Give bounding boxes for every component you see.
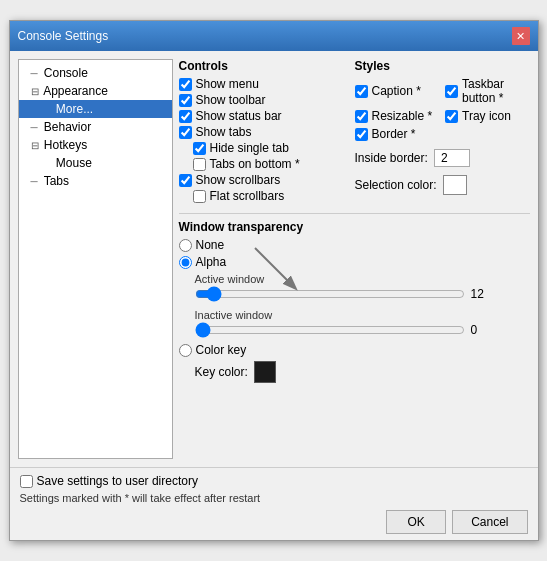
cb-label-taskbar-button: Taskbar button * — [462, 77, 530, 105]
top-panels-row: Controls Show menu Show toolbar Sho — [179, 59, 530, 205]
transparency-section: Window transparency None Alpha — [179, 213, 530, 383]
cb-show-scrollbars[interactable] — [179, 174, 192, 187]
inactive-window-label: Inactive window — [195, 309, 530, 321]
cb-hide-single-tab[interactable] — [193, 142, 206, 155]
main-content: ─ Console ⊟ Appearance More... ─ Behavio… — [10, 51, 538, 467]
cb-resizable[interactable] — [355, 110, 368, 123]
radio-label-none: None — [196, 238, 225, 252]
inactive-window-slider-row: 0 — [195, 323, 530, 337]
cb-row-caption: Caption * — [355, 77, 440, 105]
dialog-title: Console Settings — [18, 29, 109, 43]
cb-show-toolbar[interactable] — [179, 94, 192, 107]
radio-color-key[interactable] — [179, 344, 192, 357]
cb-border[interactable] — [355, 128, 368, 141]
styles-section: Styles Caption * Taskbar button * — [355, 59, 530, 205]
styles-label: Styles — [355, 59, 530, 73]
radio-label-alpha: Alpha — [196, 255, 227, 269]
dialog-window: Console Settings ✕ ─ Console ⊟ Appearanc… — [9, 20, 539, 541]
ok-button[interactable]: OK — [386, 510, 446, 534]
cb-row-show-menu: Show menu — [179, 77, 343, 91]
sidebar-label-tabs: Tabs — [44, 174, 69, 188]
controls-label: Controls — [179, 59, 343, 73]
radio-row-color-key: Color key — [179, 343, 530, 357]
title-bar: Console Settings ✕ — [10, 21, 538, 51]
selection-color-row: Selection color: — [355, 175, 530, 195]
expander-hotkeys: ⊟ — [31, 140, 41, 151]
cb-row-show-tabs: Show tabs — [179, 125, 343, 139]
dialog-body: ─ Console ⊟ Appearance More... ─ Behavio… — [10, 51, 538, 540]
inside-border-row: Inside border: — [355, 149, 530, 167]
sidebar-item-mouse[interactable]: Mouse — [19, 154, 172, 172]
cb-row-show-toolbar: Show toolbar — [179, 93, 343, 107]
controls-section: Controls Show menu Show toolbar Sho — [179, 59, 343, 205]
cb-label-caption: Caption * — [372, 84, 421, 98]
cb-label-show-toolbar: Show toolbar — [196, 93, 266, 107]
cb-label-resizable: Resizable * — [372, 109, 433, 123]
cb-tabs-on-bottom[interactable] — [193, 158, 206, 171]
inactive-window-slider-area: Inactive window 0 — [195, 309, 530, 337]
selection-color-label: Selection color: — [355, 178, 437, 192]
selection-color-box[interactable] — [443, 175, 467, 195]
cb-label-hide-single-tab: Hide single tab — [210, 141, 289, 155]
close-button[interactable]: ✕ — [512, 27, 530, 45]
cancel-button[interactable]: Cancel — [452, 510, 527, 534]
sidebar-label-console: Console — [44, 66, 88, 80]
inside-border-label: Inside border: — [355, 151, 428, 165]
sidebar-label-behavior: Behavior — [44, 120, 91, 134]
bottom-bar: Save settings to user directory Settings… — [10, 467, 538, 540]
active-window-slider-area: Active window 12 — [195, 273, 530, 301]
cb-row-show-scrollbars: Show scrollbars — [179, 173, 343, 187]
cb-tray-icon[interactable] — [445, 110, 458, 123]
inactive-window-value: 0 — [471, 323, 491, 337]
cb-label-show-menu: Show menu — [196, 77, 259, 91]
cb-label-show-status-bar: Show status bar — [196, 109, 282, 123]
color-key-row: Key color: — [195, 361, 530, 383]
sidebar-item-hotkeys[interactable]: ⊟ Hotkeys — [19, 136, 172, 154]
transparency-label: Window transparency — [179, 220, 530, 234]
radio-alpha[interactable] — [179, 256, 192, 269]
cb-row-tabs-on-bottom: Tabs on bottom * — [193, 157, 343, 171]
cb-row-flat-scrollbars: Flat scrollbars — [193, 189, 343, 203]
radio-row-none: None — [179, 238, 530, 252]
cb-row-tray-icon: Tray icon — [445, 109, 530, 123]
cb-row-border: Border * — [355, 127, 440, 141]
expander-behavior: ─ — [31, 122, 41, 133]
cb-show-menu[interactable] — [179, 78, 192, 91]
cb-show-status-bar[interactable] — [179, 110, 192, 123]
sidebar-item-more[interactable]: More... — [19, 100, 172, 118]
save-settings-label: Save settings to user directory — [37, 474, 198, 488]
cb-taskbar-button[interactable] — [445, 85, 458, 98]
cb-row-taskbar-button: Taskbar button * — [445, 77, 530, 105]
cb-caption[interactable] — [355, 85, 368, 98]
right-panel: Controls Show menu Show toolbar Sho — [179, 59, 530, 459]
key-color-box[interactable] — [254, 361, 276, 383]
cb-row-hide-single-tab: Hide single tab — [193, 141, 343, 155]
active-window-label: Active window — [195, 273, 530, 285]
sidebar-label-hotkeys: Hotkeys — [44, 138, 87, 152]
sidebar-item-appearance[interactable]: ⊟ Appearance — [19, 82, 172, 100]
inside-border-input[interactable] — [434, 149, 470, 167]
active-window-slider-row: 12 — [195, 287, 530, 301]
expander-appearance: ⊟ — [31, 86, 41, 97]
sidebar-item-behavior[interactable]: ─ Behavior — [19, 118, 172, 136]
active-window-slider[interactable] — [195, 287, 465, 301]
color-key-section: Color key Key color: — [179, 343, 530, 383]
expander-tabs: ─ — [31, 176, 41, 187]
cb-label-show-scrollbars: Show scrollbars — [196, 173, 281, 187]
radio-row-alpha: Alpha — [179, 255, 530, 269]
expander-console: ─ — [31, 68, 41, 79]
save-settings-checkbox[interactable] — [20, 475, 33, 488]
sidebar-item-console[interactable]: ─ Console — [19, 64, 172, 82]
cb-flat-scrollbars[interactable] — [193, 190, 206, 203]
key-color-label: Key color: — [195, 365, 248, 379]
sidebar-item-tabs[interactable]: ─ Tabs — [19, 172, 172, 190]
button-row: OK Cancel — [20, 510, 528, 534]
save-checkbox-row: Save settings to user directory — [20, 474, 528, 488]
inactive-window-slider[interactable] — [195, 323, 465, 337]
cb-label-border: Border * — [372, 127, 416, 141]
active-window-value: 12 — [471, 287, 491, 301]
radio-none[interactable] — [179, 239, 192, 252]
cb-show-tabs[interactable] — [179, 126, 192, 139]
cb-label-tabs-on-bottom: Tabs on bottom * — [210, 157, 300, 171]
sidebar-label-mouse: Mouse — [56, 156, 92, 170]
